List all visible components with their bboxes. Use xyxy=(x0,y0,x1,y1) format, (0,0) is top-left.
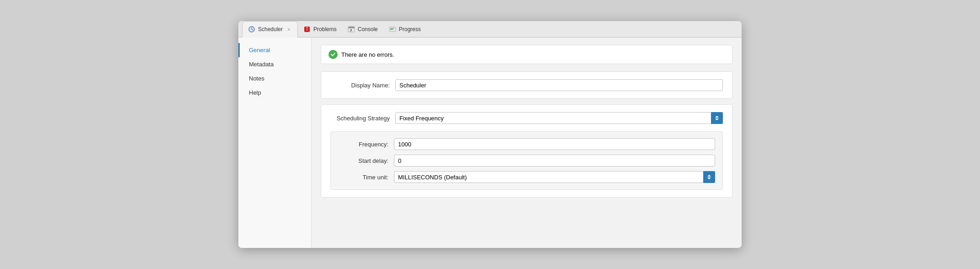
display-name-label: Display Name: xyxy=(330,82,390,89)
time-unit-row: Time unit: MILLISECONDS (Default) SECOND… xyxy=(338,171,715,183)
time-unit-select-wrapper: MILLISECONDS (Default) SECONDS MINUTES H… xyxy=(394,171,715,183)
strategy-select[interactable]: Fixed Frequency Cron Expression Manual xyxy=(395,112,723,124)
display-name-section: Display Name: xyxy=(321,71,732,99)
svg-rect-11 xyxy=(390,29,393,30)
tab-bar: Scheduler × ! Problems _ ▮ xyxy=(238,21,742,38)
tab-console[interactable]: _ ▮ Console xyxy=(342,21,383,38)
status-success-icon xyxy=(328,50,338,59)
status-message: There are no errors. xyxy=(341,51,394,58)
svg-rect-5 xyxy=(306,27,308,28)
content-panel: There are no errors. Display Name: Sched… xyxy=(312,38,742,248)
problems-tab-icon: ! xyxy=(303,26,311,33)
strategy-section: Scheduling Strategy Fixed Frequency Cron… xyxy=(321,104,732,198)
console-tab-icon: _ ▮ xyxy=(348,26,355,33)
svg-rect-12 xyxy=(390,28,394,29)
sidebar-item-help[interactable]: Help xyxy=(238,86,311,100)
tab-problems[interactable]: ! Problems xyxy=(298,21,342,38)
strategy-select-wrapper: Fixed Frequency Cron Expression Manual xyxy=(395,112,723,124)
strategy-label: Scheduling Strategy xyxy=(330,115,390,122)
tab-close-button[interactable]: × xyxy=(285,26,292,32)
frequency-label: Frequency: xyxy=(338,141,388,148)
display-name-row: Display Name: xyxy=(330,79,723,91)
sidebar-item-general[interactable]: General xyxy=(238,43,311,57)
start-delay-input[interactable] xyxy=(394,155,715,167)
frequency-input[interactable] xyxy=(394,138,715,150)
tab-progress-label: Progress xyxy=(399,26,421,32)
tab-console-label: Console xyxy=(358,26,378,32)
main-window: Scheduler × ! Problems _ ▮ xyxy=(238,21,742,248)
sidebar: General Metadata Notes Help xyxy=(238,38,312,248)
status-bar: There are no errors. xyxy=(321,45,732,64)
sidebar-item-notes[interactable]: Notes xyxy=(238,71,311,86)
time-unit-label: Time unit: xyxy=(338,174,388,181)
start-delay-row: Start delay: xyxy=(338,155,715,167)
sub-form: Frequency: Start delay: Time unit: MIL xyxy=(330,131,723,190)
tab-problems-label: Problems xyxy=(313,26,337,32)
strategy-header: Scheduling Strategy Fixed Frequency Cron… xyxy=(330,112,723,124)
svg-text:!: ! xyxy=(307,27,308,32)
svg-point-13 xyxy=(330,51,336,58)
scheduler-tab-icon xyxy=(248,26,255,33)
main-content: General Metadata Notes Help There are no… xyxy=(238,38,742,248)
display-name-input[interactable] xyxy=(395,79,723,91)
tab-scheduler-label: Scheduler xyxy=(258,26,283,32)
sidebar-item-metadata[interactable]: Metadata xyxy=(238,57,311,71)
frequency-row: Frequency: xyxy=(338,138,715,150)
start-delay-label: Start delay: xyxy=(338,157,388,164)
time-unit-select[interactable]: MILLISECONDS (Default) SECONDS MINUTES H… xyxy=(394,171,715,183)
tab-scheduler[interactable]: Scheduler × xyxy=(242,21,298,38)
tab-progress[interactable]: Progress xyxy=(383,21,426,38)
progress-tab-icon xyxy=(389,26,396,33)
svg-text:▮: ▮ xyxy=(350,28,352,31)
